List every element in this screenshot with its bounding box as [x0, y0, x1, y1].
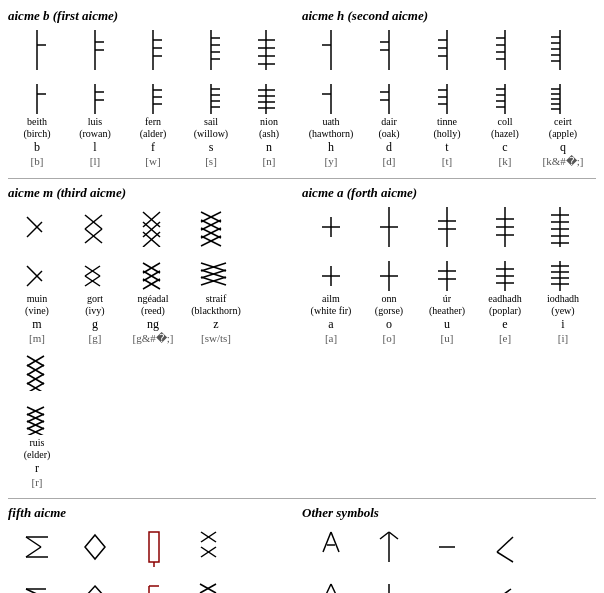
gort-symbol2 — [80, 249, 110, 291]
aicme-a-grid: ailm(white fir) a [a] — [302, 205, 596, 348]
svg-line-211 — [389, 532, 398, 539]
sail-phonetic: [s] — [205, 155, 217, 167]
char-ruis: ruis(elder) r [r] — [8, 349, 66, 488]
fifth-aicme-title: fifth aicme — [8, 505, 302, 521]
dair-phonetic: [d] — [383, 155, 396, 167]
sail-symbol — [200, 28, 222, 70]
divider-2 — [8, 498, 596, 499]
spas-symbol2 — [431, 569, 463, 593]
fern-letter: f — [151, 140, 155, 155]
onn-symbol — [378, 205, 400, 247]
char-idad: iodhadh(yew) i [i] — [534, 205, 592, 344]
onn-letter: o — [386, 317, 392, 332]
ruis-name: ruis(elder) — [24, 437, 51, 461]
muin-letter: m — [32, 317, 41, 332]
gort-letter: g — [92, 317, 98, 332]
muin-phonetic: [m] — [29, 332, 45, 344]
luis-symbol — [84, 28, 106, 70]
char-ailm: ailm(white fir) a [a] — [302, 205, 360, 344]
ceirt-letter: q — [560, 140, 566, 155]
ifin-symbol — [196, 525, 226, 567]
aicme-b-title: aicme b (first aicme) — [8, 8, 302, 24]
muin-symbol — [22, 205, 52, 247]
char-uilleann: uilleann(elbow) ui — [124, 525, 182, 593]
ifin-symbol2 — [196, 569, 226, 593]
ur-symbol — [436, 205, 458, 247]
ceirt-phonetic: [k&#�;] — [543, 155, 584, 168]
ngetal-letter: ng — [147, 317, 159, 332]
char-beith: beith(birch) b [b] — [8, 28, 66, 167]
beith-phonetic: [b] — [31, 155, 44, 167]
char-ceirt: ceirt(apple) q [k&#�;] — [534, 28, 592, 168]
ruis-symbol — [22, 349, 52, 391]
char-muin: muin(vine) m [m] — [8, 205, 66, 345]
ur-phonetic: [u] — [441, 332, 454, 344]
coll-phonetic: [k] — [499, 155, 512, 167]
gort-symbol — [80, 205, 110, 247]
char-eabhadh: éabhadh ea — [8, 525, 66, 593]
beith-letter: b — [34, 140, 40, 155]
spas-symbol — [431, 525, 463, 567]
ngetal-phonetic: [g&#�;] — [133, 332, 174, 345]
svg-marker-178 — [85, 535, 105, 559]
ur-name: úr(heather) — [429, 293, 465, 317]
nion-letter: n — [266, 140, 272, 155]
nion-name: nion(ash) — [259, 116, 279, 140]
ngetal-symbol — [138, 205, 168, 247]
svg-line-171 — [26, 547, 41, 557]
svg-line-220 — [497, 589, 511, 593]
onn-symbol2 — [378, 249, 400, 291]
ruis-symbol2 — [22, 393, 52, 435]
ceirt-symbol — [549, 28, 577, 70]
uilleann-symbol2 — [142, 569, 164, 593]
svg-line-208 — [323, 584, 331, 593]
end-texts-symbol — [489, 525, 521, 567]
sail-name: sail(willow) — [194, 116, 228, 140]
luis-phonetic: [l] — [90, 155, 100, 167]
tinne-symbol2 — [436, 72, 458, 114]
other-symbols-grid: peith(soft birch) p — [302, 525, 596, 593]
char-edad: eadhadh(poplar) e [e] — [476, 205, 534, 344]
or-symbol — [79, 525, 111, 567]
ailm-symbol — [320, 205, 342, 247]
ngetal-symbol2 — [138, 249, 168, 291]
coll-name: coll(hazel) — [491, 116, 519, 140]
ur-symbol2 — [436, 249, 458, 291]
idad-symbol — [549, 205, 577, 247]
peith-symbol — [315, 525, 347, 567]
char-ngetal: ngéadal(reed) ng [g&#�;] — [124, 205, 182, 345]
aicme-b-grid: beith(birch) b [b] — [8, 28, 302, 171]
nion-symbol — [255, 28, 283, 70]
aicme-m-grid: muin(vine) m [m] — [8, 205, 302, 492]
eabhadh-symbol — [21, 525, 53, 567]
uath-letter: h — [328, 140, 334, 155]
idad-name: iodhadh(yew) — [547, 293, 579, 317]
coll-symbol2 — [494, 72, 516, 114]
coll-symbol — [494, 28, 516, 70]
onn-name: onn(gorse) — [375, 293, 403, 317]
dair-symbol2 — [378, 72, 400, 114]
beith-symbol — [26, 28, 48, 70]
char-nion: nion(ash) n [n] — [240, 28, 298, 167]
tinne-symbol — [436, 28, 458, 70]
aicme-h-grid: uath(hawthorn) h [y] — [302, 28, 596, 172]
luis-letter: l — [93, 140, 96, 155]
ailm-phonetic: [a] — [325, 332, 337, 344]
char-spas: Spás(space) — [418, 525, 476, 593]
fifth-aicme-grid: éabhadh ea ór(gold) oi — [8, 525, 302, 593]
beith-name: beith(birch) — [23, 116, 50, 140]
svg-marker-179 — [86, 586, 104, 593]
ceirt-symbol2 — [549, 72, 577, 114]
char-luis: luis(rowan) l [l] — [66, 28, 124, 167]
char-or: ór(gold) oi — [66, 525, 124, 593]
char-fern: fern(alder) f [w] — [124, 28, 182, 167]
tinne-letter: t — [445, 140, 448, 155]
char-gort: gort(ivy) g [g] — [66, 205, 124, 345]
start-texts-symbol2 — [373, 569, 405, 593]
divider-1 — [8, 178, 596, 179]
dair-symbol — [378, 28, 400, 70]
ailm-symbol2 — [320, 249, 342, 291]
svg-line-206 — [331, 532, 339, 552]
char-dair: dair(oak) d [d] — [360, 28, 418, 168]
muin-symbol2 — [22, 249, 52, 291]
